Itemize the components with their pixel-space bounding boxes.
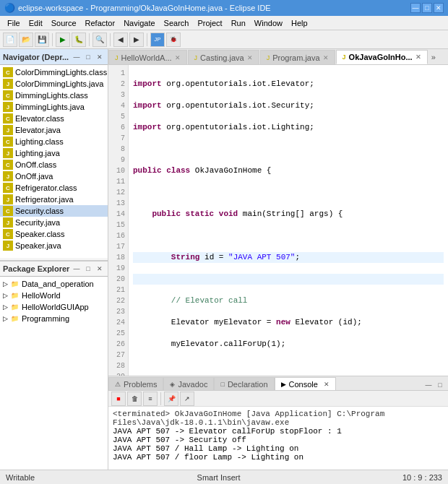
menu-source[interactable]: Source: [47, 17, 81, 29]
list-item[interactable]: ▷ 📁 Data_and_operation: [0, 278, 108, 290]
insert-mode-status: Smart Insert: [197, 473, 241, 482]
app-icon: 🔵: [4, 3, 15, 13]
menu-edit[interactable]: Edit: [25, 17, 47, 29]
folder-icon: 📁: [9, 279, 20, 289]
navigator-maximize-icon[interactable]: □: [83, 52, 93, 62]
code-content[interactable]: import org.opentutorials.iot.Elevator; i…: [129, 65, 448, 376]
clear-console-button[interactable]: 🗑: [127, 392, 142, 406]
console-view-button[interactable]: ≡: [143, 392, 158, 406]
folder-icon: 📁: [9, 302, 20, 312]
menu-refactor[interactable]: Refactor: [81, 17, 120, 29]
tab-close-icon[interactable]: ✕: [175, 54, 181, 61]
console-line: JAVA APT 507 -> Security off: [113, 436, 444, 444]
writable-status: Writable: [6, 473, 35, 482]
back-button[interactable]: ◀: [113, 33, 128, 47]
package-tree: ▷ 📁 Data_and_operation ▷ 📁 HelloWorld ▷ …: [0, 277, 108, 470]
list-item[interactable]: C DimmingLights.class: [0, 90, 108, 101]
tab-javadoc[interactable]: ◈ Javadoc: [163, 377, 214, 390]
console-panel-buttons: — □: [423, 380, 448, 390]
list-item[interactable]: C Elevator.class: [0, 113, 108, 124]
pin-button[interactable]: 📌: [164, 392, 178, 406]
pkg-minimize-icon[interactable]: —: [72, 264, 82, 274]
tab-close-icon[interactable]: ✕: [323, 54, 329, 61]
tab-problems[interactable]: ⚠ Problems: [108, 377, 163, 390]
debug-button[interactable]: 🐛: [72, 33, 86, 47]
navigator-tree: C ColorDimmingLights.class J ColorDimmin…: [0, 65, 108, 258]
menu-project[interactable]: Project: [193, 17, 226, 29]
list-item[interactable]: J Lighting.java: [0, 147, 108, 159]
folder-icon: 📁: [9, 314, 20, 324]
list-item[interactable]: C OnOff.class: [0, 159, 108, 170]
tab-close-icon[interactable]: ✕: [415, 53, 421, 61]
menu-window[interactable]: Window: [250, 17, 287, 29]
maximize-console-icon[interactable]: □: [435, 380, 445, 390]
list-item[interactable]: C ColorDimmingLights.class: [0, 66, 108, 78]
menu-help[interactable]: Help: [287, 17, 312, 29]
open-button[interactable]: 📂: [19, 33, 33, 47]
tab-console[interactable]: ▶ Console ✕: [275, 377, 336, 390]
list-item[interactable]: ▷ 📁 HelloWorld: [0, 290, 108, 301]
maximize-button[interactable]: □: [422, 3, 432, 13]
console-line: JAVA APT 507 / floor Lamp -> Lighting on: [113, 453, 444, 462]
more-tabs-icon[interactable]: »: [428, 50, 439, 64]
close-button[interactable]: ✕: [434, 3, 444, 13]
tab-casting[interactable]: J Casting.java ✕: [188, 50, 259, 64]
run-button[interactable]: ▶: [56, 33, 70, 47]
list-item[interactable]: J DimmingLights.java: [0, 101, 108, 113]
navigator-title: Navigator (Depr...: [3, 53, 69, 61]
tab-program[interactable]: J Program.java ✕: [260, 50, 335, 64]
title-bar: 🔵 eclipse-workspace - Programming/OkJava…: [0, 0, 448, 16]
list-item[interactable]: ▷ 📁 Programming: [0, 313, 108, 324]
list-item[interactable]: J Elevator.java: [0, 124, 108, 136]
list-item[interactable]: J OnOff.java: [0, 170, 108, 182]
search-button[interactable]: 🔍: [92, 33, 107, 47]
pkg-maximize-icon[interactable]: □: [83, 264, 93, 274]
class-icon: C: [3, 183, 13, 193]
pkg-close-icon[interactable]: ✕: [95, 264, 105, 274]
minimize-button[interactable]: —: [410, 3, 421, 13]
list-item[interactable]: ▷ 📁 HelloWorldGUIApp: [0, 301, 108, 313]
line-numbers: 1234567891011121314151617181920212223242…: [108, 65, 129, 376]
console-icon: ▶: [281, 381, 286, 388]
console-header: <terminated> OkJavaGoInHome [Java Applic…: [113, 410, 444, 427]
list-item[interactable]: C Speaker.class: [0, 228, 108, 240]
bottom-panel: ⚠ Problems ◈ Javadoc □ Declaration ▶ Con…: [108, 376, 448, 470]
package-explorer-header: Package Explorer — □ ✕: [0, 261, 108, 277]
security-class-item[interactable]: C Security.class: [0, 205, 108, 217]
class-icon: C: [3, 206, 13, 216]
list-item[interactable]: J Refrigerator.java: [0, 194, 108, 205]
cursor-position-status: 10 : 9 : 233: [402, 473, 442, 482]
menu-file[interactable]: File: [3, 17, 25, 29]
forward-button[interactable]: ▶: [129, 33, 144, 47]
expand-icon: ▷: [3, 303, 8, 311]
javadoc-icon: ◈: [170, 381, 175, 388]
list-item[interactable]: J Speaker.java: [0, 240, 108, 251]
navigator-minimize-icon[interactable]: —: [72, 52, 82, 62]
code-editor: 1234567891011121314151617181920212223242…: [108, 65, 448, 376]
list-item[interactable]: J Security.java: [0, 217, 108, 228]
console-close-icon[interactable]: ✕: [324, 381, 329, 388]
class-icon: C: [3, 113, 13, 124]
tab-helloworld[interactable]: J HelloWorldA... ✕: [108, 50, 187, 64]
list-item[interactable]: J ColorDimmingLights.java: [0, 78, 108, 90]
java-icon: J: [3, 125, 13, 135]
tab-close-icon[interactable]: ✕: [247, 54, 253, 61]
open-console-button[interactable]: ↗: [180, 392, 194, 406]
problems-icon: ⚠: [115, 381, 121, 388]
menu-search[interactable]: Search: [160, 17, 194, 29]
tab-okjava[interactable]: J OkJavaGoInHo... ✕: [336, 50, 428, 64]
save-button[interactable]: 💾: [35, 33, 49, 47]
console-output: <terminated> OkJavaGoInHome [Java Applic…: [108, 407, 448, 470]
list-item[interactable]: C Refrigerator.class: [0, 182, 108, 194]
menu-run[interactable]: Run: [227, 17, 250, 29]
minimize-console-icon[interactable]: —: [423, 380, 434, 390]
navigator-close-icon[interactable]: ✕: [95, 52, 105, 62]
debug-perspective-button[interactable]: 🐞: [166, 33, 181, 47]
class-icon: C: [3, 160, 13, 170]
tab-declaration[interactable]: □ Declaration: [214, 377, 274, 390]
list-item[interactable]: C Lighting.class: [0, 136, 108, 147]
new-button[interactable]: 📄: [3, 33, 17, 47]
menu-navigate[interactable]: Navigate: [119, 17, 159, 29]
perspective-button[interactable]: JP: [150, 33, 165, 47]
terminate-button[interactable]: ■: [111, 392, 126, 406]
